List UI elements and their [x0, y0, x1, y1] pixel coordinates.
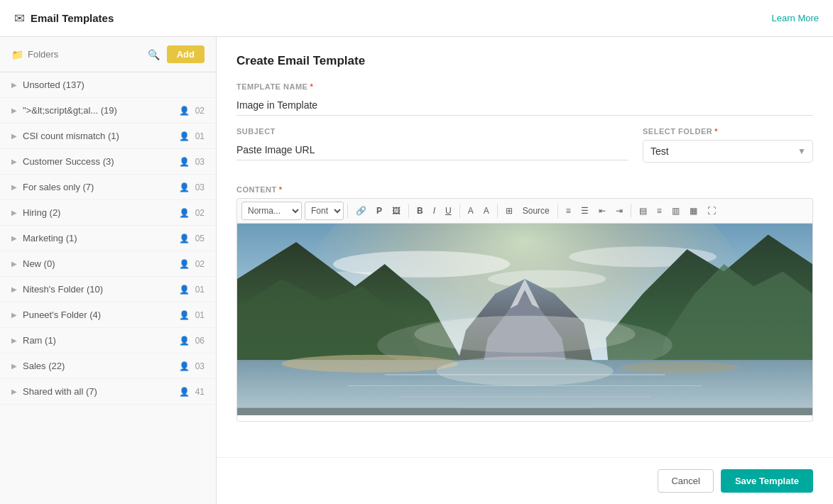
highlight-button[interactable]: A — [479, 203, 494, 219]
chevron-icon: ▶ — [11, 81, 17, 89]
folder-name: Customer Success (3) — [23, 156, 114, 167]
editor-section: CONTENT * Norma... Heading 1 Heading 2 F… — [236, 185, 813, 422]
folder-count: 01 — [195, 285, 205, 295]
user-icon: 👤 — [179, 336, 190, 346]
fullscreen-button[interactable]: ⛶ — [703, 203, 720, 219]
folder-select[interactable]: Test — [643, 140, 813, 163]
user-icon: 👤 — [179, 131, 190, 141]
editor-body[interactable] — [236, 223, 813, 422]
image-button[interactable]: 🖼 — [388, 203, 405, 219]
svg-point-14 — [414, 316, 636, 353]
folder-item[interactable]: ▶Nitesh's Folder (10)👤01 — [0, 277, 216, 302]
folder-item[interactable]: ▶Hiring (2)👤02 — [0, 200, 216, 226]
folder-count: 41 — [195, 387, 205, 397]
user-icon: 👤 — [179, 387, 190, 397]
required-indicator: * — [310, 82, 313, 91]
folder-name: Marketing (1) — [23, 233, 77, 243]
sidebar-header: 📁 Folders 🔍 Add — [0, 37, 216, 72]
svg-point-21 — [621, 361, 739, 373]
folder-item[interactable]: ▶Customer Success (3)👤03 — [0, 149, 216, 175]
folder-item[interactable]: ▶Shared with all (7)👤41 — [0, 379, 216, 405]
subject-input[interactable] — [236, 140, 628, 160]
folder-name: Sales (22) — [23, 361, 65, 371]
user-icon: 👤 — [179, 157, 190, 167]
folder-count: 05 — [195, 234, 205, 243]
svg-point-22 — [436, 356, 613, 386]
main-layout: 📁 Folders 🔍 Add ▶Unsorted (137)▶">&lt;sc… — [0, 37, 833, 504]
user-icon: 👤 — [179, 259, 190, 269]
align-left-button[interactable]: ▤ — [635, 203, 651, 219]
save-template-button[interactable]: Save Template — [721, 469, 813, 493]
chevron-icon: ▶ — [11, 260, 17, 268]
underline-button[interactable]: U — [441, 203, 456, 219]
user-icon: 👤 — [179, 234, 190, 243]
chevron-icon: ▶ — [11, 285, 17, 293]
folder-select-wrapper: Test ▼ — [643, 140, 813, 163]
folder-count: 01 — [195, 131, 205, 141]
folder-name: Unsorted (137) — [23, 80, 85, 90]
folder-count: 03 — [195, 361, 205, 371]
required-indicator: * — [279, 185, 283, 194]
folder-count: 06 — [195, 336, 205, 346]
italic-button[interactable]: I — [429, 203, 440, 219]
search-button[interactable]: 🔍 — [146, 48, 161, 62]
font-color-button[interactable]: A — [464, 203, 478, 219]
user-icon: 👤 — [179, 106, 190, 116]
editor-image — [237, 224, 812, 415]
chevron-icon: ▶ — [11, 336, 17, 344]
align-right-button[interactable]: ▥ — [668, 203, 684, 219]
required-indicator: * — [714, 127, 718, 136]
template-name-input[interactable] — [236, 95, 813, 116]
ordered-list-button[interactable]: ≡ — [562, 203, 575, 219]
subject-folder-row: SUBJECT SELECT FOLDER * Test ▼ — [236, 127, 813, 174]
folder-count: 02 — [195, 259, 205, 269]
template-name-section: TEMPLATE NAME * — [236, 82, 813, 116]
folder-item[interactable]: ▶New (0)👤02 — [0, 251, 216, 277]
chevron-icon: ▶ — [11, 106, 17, 114]
separator — [408, 204, 409, 218]
link-button[interactable]: 🔗 — [352, 203, 371, 219]
separator — [459, 204, 460, 218]
folder-item[interactable]: ▶Marketing (1)👤05 — [0, 226, 216, 251]
folder-item[interactable]: ▶">&lt;script&gt;al... (19)👤02 — [0, 98, 216, 124]
folders-label: 📁 Folders — [11, 49, 58, 60]
folder-name: Nitesh's Folder (10) — [23, 284, 103, 295]
bold-button[interactable]: B — [413, 203, 428, 219]
folder-item[interactable]: ▶For sales only (7)👤03 — [0, 175, 216, 200]
table-button[interactable]: ⊞ — [501, 203, 517, 219]
svg-rect-23 — [237, 408, 812, 415]
folder-name: Puneet's Folder (4) — [23, 309, 101, 320]
user-icon: 👤 — [179, 361, 190, 371]
editor-toolbar: Norma... Heading 1 Heading 2 Font 🔗 P 🖼 … — [236, 198, 813, 223]
app-title: Email Templates — [31, 12, 114, 24]
font-select[interactable]: Font — [305, 202, 344, 220]
learn-more-link[interactable]: Learn More — [772, 13, 819, 23]
folder-item[interactable]: ▶Sales (22)👤03 — [0, 354, 216, 379]
format-select[interactable]: Norma... Heading 1 Heading 2 — [241, 202, 302, 220]
add-folder-button[interactable]: Add — [167, 45, 205, 63]
outdent-button[interactable]: ⇤ — [594, 203, 610, 219]
source-button[interactable]: Source — [518, 203, 554, 219]
email-icon: ✉ — [14, 11, 25, 26]
indent-button[interactable]: ⇥ — [611, 203, 627, 219]
sidebar-actions: 🔍 Add — [146, 45, 205, 63]
svg-point-4 — [488, 270, 606, 287]
folder-item[interactable]: ▶Unsorted (137) — [0, 72, 216, 98]
folder-name: Ram (1) — [23, 335, 56, 346]
paragraph-button[interactable]: P — [372, 203, 386, 219]
separator — [557, 204, 558, 218]
justify-button[interactable]: ▦ — [685, 203, 702, 219]
cancel-button[interactable]: Cancel — [658, 469, 713, 493]
folder-icon: 📁 — [11, 49, 23, 60]
folder-item[interactable]: ▶CSI count mismatch (1)👤01 — [0, 124, 216, 149]
folder-item[interactable]: ▶Ram (1)👤06 — [0, 328, 216, 354]
separator — [497, 204, 498, 218]
chevron-icon: ▶ — [11, 234, 17, 242]
chevron-icon: ▶ — [11, 158, 17, 165]
align-center-button[interactable]: ≡ — [653, 203, 666, 219]
folder-item[interactable]: ▶Puneet's Folder (4)👤01 — [0, 302, 216, 328]
folders-text: Folders — [28, 49, 58, 60]
unordered-list-button[interactable]: ☰ — [577, 203, 593, 219]
folder-count: 03 — [195, 182, 205, 192]
app-title-group: ✉ Email Templates — [14, 11, 114, 26]
